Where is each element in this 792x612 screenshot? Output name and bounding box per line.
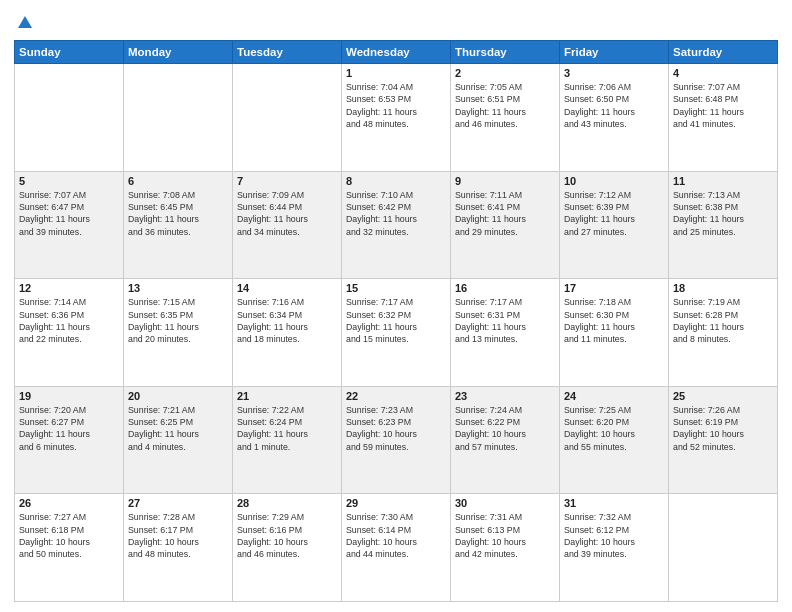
day-cell: 3Sunrise: 7:06 AM Sunset: 6:50 PM Daylig… bbox=[560, 64, 669, 172]
day-info: Sunrise: 7:20 AM Sunset: 6:27 PM Dayligh… bbox=[19, 404, 119, 453]
day-number: 15 bbox=[346, 282, 446, 294]
day-header-sunday: Sunday bbox=[15, 41, 124, 64]
day-info: Sunrise: 7:17 AM Sunset: 6:31 PM Dayligh… bbox=[455, 296, 555, 345]
day-number: 29 bbox=[346, 497, 446, 509]
day-info: Sunrise: 7:30 AM Sunset: 6:14 PM Dayligh… bbox=[346, 511, 446, 560]
day-cell: 30Sunrise: 7:31 AM Sunset: 6:13 PM Dayli… bbox=[451, 494, 560, 602]
logo-general-line bbox=[14, 14, 34, 36]
day-number: 26 bbox=[19, 497, 119, 509]
day-number: 21 bbox=[237, 390, 337, 402]
day-cell: 12Sunrise: 7:14 AM Sunset: 6:36 PM Dayli… bbox=[15, 279, 124, 387]
day-number: 31 bbox=[564, 497, 664, 509]
day-info: Sunrise: 7:10 AM Sunset: 6:42 PM Dayligh… bbox=[346, 189, 446, 238]
day-info: Sunrise: 7:29 AM Sunset: 6:16 PM Dayligh… bbox=[237, 511, 337, 560]
day-cell: 2Sunrise: 7:05 AM Sunset: 6:51 PM Daylig… bbox=[451, 64, 560, 172]
day-info: Sunrise: 7:19 AM Sunset: 6:28 PM Dayligh… bbox=[673, 296, 773, 345]
day-info: Sunrise: 7:21 AM Sunset: 6:25 PM Dayligh… bbox=[128, 404, 228, 453]
day-cell: 18Sunrise: 7:19 AM Sunset: 6:28 PM Dayli… bbox=[669, 279, 778, 387]
day-info: Sunrise: 7:17 AM Sunset: 6:32 PM Dayligh… bbox=[346, 296, 446, 345]
header-row: SundayMondayTuesdayWednesdayThursdayFrid… bbox=[15, 41, 778, 64]
day-cell: 28Sunrise: 7:29 AM Sunset: 6:16 PM Dayli… bbox=[233, 494, 342, 602]
day-number: 27 bbox=[128, 497, 228, 509]
day-cell: 19Sunrise: 7:20 AM Sunset: 6:27 PM Dayli… bbox=[15, 386, 124, 494]
day-cell bbox=[15, 64, 124, 172]
day-number: 6 bbox=[128, 175, 228, 187]
day-number: 20 bbox=[128, 390, 228, 402]
day-cell: 29Sunrise: 7:30 AM Sunset: 6:14 PM Dayli… bbox=[342, 494, 451, 602]
week-row-2: 5Sunrise: 7:07 AM Sunset: 6:47 PM Daylig… bbox=[15, 171, 778, 279]
day-info: Sunrise: 7:07 AM Sunset: 6:48 PM Dayligh… bbox=[673, 81, 773, 130]
day-cell bbox=[669, 494, 778, 602]
day-header-friday: Friday bbox=[560, 41, 669, 64]
day-header-thursday: Thursday bbox=[451, 41, 560, 64]
day-cell: 27Sunrise: 7:28 AM Sunset: 6:17 PM Dayli… bbox=[124, 494, 233, 602]
day-cell: 9Sunrise: 7:11 AM Sunset: 6:41 PM Daylig… bbox=[451, 171, 560, 279]
day-cell: 25Sunrise: 7:26 AM Sunset: 6:19 PM Dayli… bbox=[669, 386, 778, 494]
day-cell: 23Sunrise: 7:24 AM Sunset: 6:22 PM Dayli… bbox=[451, 386, 560, 494]
header bbox=[14, 10, 778, 36]
day-number: 11 bbox=[673, 175, 773, 187]
day-info: Sunrise: 7:22 AM Sunset: 6:24 PM Dayligh… bbox=[237, 404, 337, 453]
day-info: Sunrise: 7:07 AM Sunset: 6:47 PM Dayligh… bbox=[19, 189, 119, 238]
calendar-page: SundayMondayTuesdayWednesdayThursdayFrid… bbox=[0, 0, 792, 612]
day-cell: 15Sunrise: 7:17 AM Sunset: 6:32 PM Dayli… bbox=[342, 279, 451, 387]
day-info: Sunrise: 7:06 AM Sunset: 6:50 PM Dayligh… bbox=[564, 81, 664, 130]
day-cell: 26Sunrise: 7:27 AM Sunset: 6:18 PM Dayli… bbox=[15, 494, 124, 602]
week-row-4: 19Sunrise: 7:20 AM Sunset: 6:27 PM Dayli… bbox=[15, 386, 778, 494]
day-cell: 24Sunrise: 7:25 AM Sunset: 6:20 PM Dayli… bbox=[560, 386, 669, 494]
day-cell: 20Sunrise: 7:21 AM Sunset: 6:25 PM Dayli… bbox=[124, 386, 233, 494]
day-info: Sunrise: 7:25 AM Sunset: 6:20 PM Dayligh… bbox=[564, 404, 664, 453]
day-header-wednesday: Wednesday bbox=[342, 41, 451, 64]
day-header-tuesday: Tuesday bbox=[233, 41, 342, 64]
day-cell: 11Sunrise: 7:13 AM Sunset: 6:38 PM Dayli… bbox=[669, 171, 778, 279]
day-info: Sunrise: 7:26 AM Sunset: 6:19 PM Dayligh… bbox=[673, 404, 773, 453]
calendar-table: SundayMondayTuesdayWednesdayThursdayFrid… bbox=[14, 40, 778, 602]
day-cell: 1Sunrise: 7:04 AM Sunset: 6:53 PM Daylig… bbox=[342, 64, 451, 172]
day-cell: 31Sunrise: 7:32 AM Sunset: 6:12 PM Dayli… bbox=[560, 494, 669, 602]
day-header-saturday: Saturday bbox=[669, 41, 778, 64]
logo bbox=[14, 14, 34, 36]
day-cell: 4Sunrise: 7:07 AM Sunset: 6:48 PM Daylig… bbox=[669, 64, 778, 172]
day-info: Sunrise: 7:28 AM Sunset: 6:17 PM Dayligh… bbox=[128, 511, 228, 560]
day-info: Sunrise: 7:23 AM Sunset: 6:23 PM Dayligh… bbox=[346, 404, 446, 453]
day-number: 12 bbox=[19, 282, 119, 294]
week-row-1: 1Sunrise: 7:04 AM Sunset: 6:53 PM Daylig… bbox=[15, 64, 778, 172]
day-number: 7 bbox=[237, 175, 337, 187]
week-row-5: 26Sunrise: 7:27 AM Sunset: 6:18 PM Dayli… bbox=[15, 494, 778, 602]
day-cell: 22Sunrise: 7:23 AM Sunset: 6:23 PM Dayli… bbox=[342, 386, 451, 494]
week-row-3: 12Sunrise: 7:14 AM Sunset: 6:36 PM Dayli… bbox=[15, 279, 778, 387]
day-header-monday: Monday bbox=[124, 41, 233, 64]
day-number: 3 bbox=[564, 67, 664, 79]
day-cell: 13Sunrise: 7:15 AM Sunset: 6:35 PM Dayli… bbox=[124, 279, 233, 387]
day-number: 9 bbox=[455, 175, 555, 187]
day-number: 25 bbox=[673, 390, 773, 402]
day-cell: 21Sunrise: 7:22 AM Sunset: 6:24 PM Dayli… bbox=[233, 386, 342, 494]
day-info: Sunrise: 7:04 AM Sunset: 6:53 PM Dayligh… bbox=[346, 81, 446, 130]
day-cell bbox=[233, 64, 342, 172]
day-number: 2 bbox=[455, 67, 555, 79]
day-info: Sunrise: 7:31 AM Sunset: 6:13 PM Dayligh… bbox=[455, 511, 555, 560]
day-number: 28 bbox=[237, 497, 337, 509]
day-cell: 16Sunrise: 7:17 AM Sunset: 6:31 PM Dayli… bbox=[451, 279, 560, 387]
day-cell: 17Sunrise: 7:18 AM Sunset: 6:30 PM Dayli… bbox=[560, 279, 669, 387]
day-info: Sunrise: 7:11 AM Sunset: 6:41 PM Dayligh… bbox=[455, 189, 555, 238]
day-info: Sunrise: 7:24 AM Sunset: 6:22 PM Dayligh… bbox=[455, 404, 555, 453]
day-cell: 10Sunrise: 7:12 AM Sunset: 6:39 PM Dayli… bbox=[560, 171, 669, 279]
day-cell: 14Sunrise: 7:16 AM Sunset: 6:34 PM Dayli… bbox=[233, 279, 342, 387]
day-cell: 5Sunrise: 7:07 AM Sunset: 6:47 PM Daylig… bbox=[15, 171, 124, 279]
day-number: 1 bbox=[346, 67, 446, 79]
day-info: Sunrise: 7:18 AM Sunset: 6:30 PM Dayligh… bbox=[564, 296, 664, 345]
day-number: 8 bbox=[346, 175, 446, 187]
day-cell: 7Sunrise: 7:09 AM Sunset: 6:44 PM Daylig… bbox=[233, 171, 342, 279]
day-info: Sunrise: 7:14 AM Sunset: 6:36 PM Dayligh… bbox=[19, 296, 119, 345]
day-info: Sunrise: 7:08 AM Sunset: 6:45 PM Dayligh… bbox=[128, 189, 228, 238]
day-info: Sunrise: 7:12 AM Sunset: 6:39 PM Dayligh… bbox=[564, 189, 664, 238]
day-info: Sunrise: 7:13 AM Sunset: 6:38 PM Dayligh… bbox=[673, 189, 773, 238]
day-number: 10 bbox=[564, 175, 664, 187]
day-number: 19 bbox=[19, 390, 119, 402]
day-number: 14 bbox=[237, 282, 337, 294]
day-number: 16 bbox=[455, 282, 555, 294]
day-info: Sunrise: 7:15 AM Sunset: 6:35 PM Dayligh… bbox=[128, 296, 228, 345]
day-cell: 6Sunrise: 7:08 AM Sunset: 6:45 PM Daylig… bbox=[124, 171, 233, 279]
day-info: Sunrise: 7:05 AM Sunset: 6:51 PM Dayligh… bbox=[455, 81, 555, 130]
